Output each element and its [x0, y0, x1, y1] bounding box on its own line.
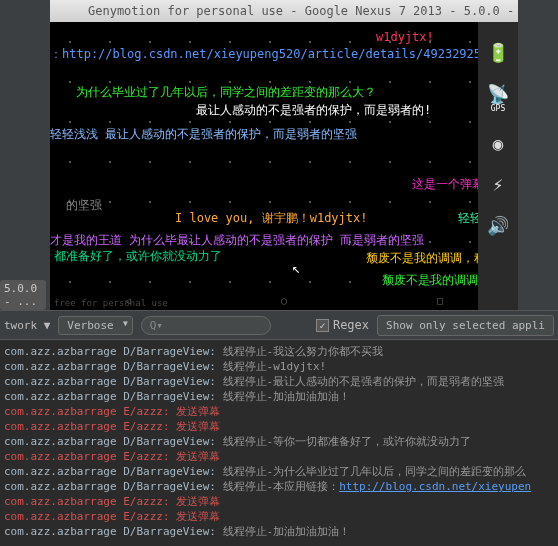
- version-tab[interactable]: 5.0.0 - ...: [0, 280, 46, 310]
- log-line: com.azz.azbarrage E/azzz: 发送弹幕: [4, 404, 554, 419]
- danmaku-text: I love you, 谢宇鹏！w1dyjtx!: [175, 210, 368, 227]
- danmaku-text: 为什么毕业过了几年以后，同学之间的差距变的那么大？: [76, 84, 376, 101]
- filter-dropdown[interactable]: Show only selected appli: [377, 315, 554, 336]
- danmaku-text: 才是我的王道 为什么毕最让人感动的不是强者的保护 而是弱者的坚强: [50, 232, 424, 249]
- logcat-toolbar: twork ▼ Verbose Q▾ ✓ Regex Show only sel…: [0, 310, 558, 340]
- danmaku-text: 最让人感动的不是强者的保护，而是弱者的!: [196, 102, 431, 119]
- log-line: com.azz.azbarrage D/BarrageView: 线程停止-本应…: [4, 479, 554, 494]
- network-tab[interactable]: twork ▼: [4, 319, 50, 332]
- log-line: com.azz.azbarrage D/BarrageView: 线程停止-最让…: [4, 374, 554, 389]
- ide-left-strip: 5.0.0 - ...: [0, 0, 50, 310]
- search-input[interactable]: Q▾: [141, 316, 271, 335]
- webcam-icon[interactable]: ◉: [493, 133, 504, 154]
- log-line: com.azz.azbarrage D/BarrageView: 线程停止-我这…: [4, 344, 554, 359]
- danmaku-text: 轻轻浅浅 最让人感动的不是强者的保护，而是弱者的坚强: [50, 126, 357, 143]
- gps-button[interactable]: 📡 GPS: [487, 83, 509, 113]
- log-line: com.azz.azbarrage E/azzz: 发送弹幕: [4, 494, 554, 509]
- emulator-sidebar: 🔋 📡 GPS ◉ ⚡ 🔊: [478, 22, 518, 310]
- log-line: com.azz.azbarrage D/BarrageView: 线程停止-为什…: [4, 464, 554, 479]
- danmaku-text: ：http://blog.csdn.net/xieyupeng520/artic…: [50, 46, 481, 63]
- window-title: Genymotion for personal use - Google Nex…: [88, 4, 518, 18]
- log-line: com.azz.azbarrage D/BarrageView: 线程停止-等你…: [4, 434, 554, 449]
- danmaku-text: 颓废不是我的调调,: [382, 272, 485, 289]
- log-link[interactable]: http://blog.csdn.net/xieyupen: [339, 480, 531, 493]
- battery-icon[interactable]: 🔋: [487, 42, 509, 63]
- danmaku-text: 的坚强: [66, 197, 102, 214]
- device-screen[interactable]: 颓废不是我的调调,颓废不是我的调调，积极都准备好了，或许你就没动力了才是我的王道…: [50, 22, 518, 310]
- log-line: com.azz.azbarrage D/BarrageView: 线程停止-加油…: [4, 524, 554, 539]
- gps-label: GPS: [487, 104, 509, 113]
- log-line: com.azz.azbarrage E/azzz: 发送弹幕: [4, 449, 554, 464]
- emulator-window: Genymotion for personal use - Google Nex…: [50, 0, 518, 310]
- recent-button[interactable]: □: [437, 295, 443, 306]
- watermark: free for personal use: [54, 298, 168, 308]
- log-line: com.azz.azbarrage D/BarrageView: 线程停止-w1…: [4, 359, 554, 374]
- regex-label: Regex: [333, 318, 369, 332]
- regex-checkbox[interactable]: ✓ Regex: [316, 318, 369, 332]
- log-line: com.azz.azbarrage E/azzz: 发送弹幕: [4, 419, 554, 434]
- log-level-dropdown[interactable]: Verbose: [58, 316, 132, 335]
- danmaku-text: w1dyjtx!: [376, 30, 434, 44]
- home-button[interactable]: ○: [281, 295, 287, 306]
- danmaku-text: 都准备好了，或许你就没动力了: [54, 248, 222, 265]
- log-line: com.azz.azbarrage E/azzz: 发送弹幕: [4, 509, 554, 524]
- sound-icon[interactable]: 🔊: [487, 215, 509, 236]
- logcat-panel[interactable]: com.azz.azbarrage D/BarrageView: 线程停止-我这…: [0, 340, 558, 546]
- checkbox-icon: ✓: [316, 319, 329, 332]
- log-line: com.azz.azbarrage D/BarrageView: 线程停止-加油…: [4, 389, 554, 404]
- flash-icon[interactable]: ⚡: [493, 174, 504, 195]
- titlebar[interactable]: Genymotion for personal use - Google Nex…: [50, 0, 518, 22]
- gps-icon: 📡: [487, 83, 509, 104]
